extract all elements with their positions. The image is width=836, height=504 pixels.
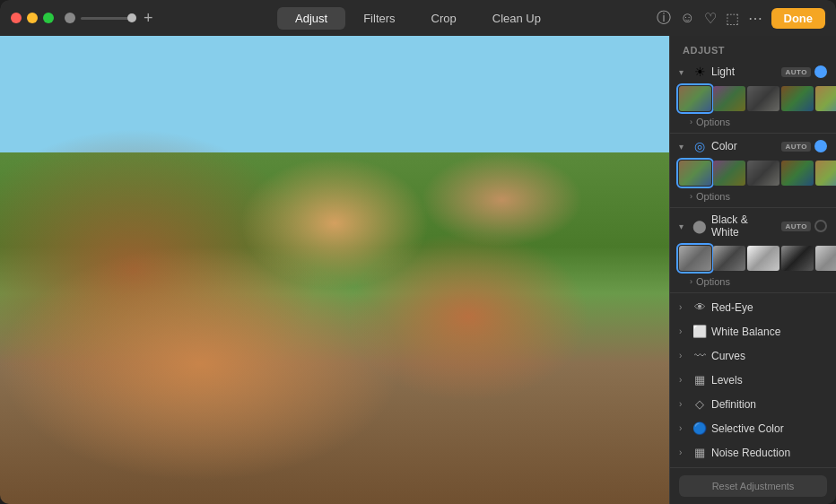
thumbnail-item[interactable]	[713, 246, 745, 271]
selectivecolor-chevron-icon: ›	[679, 423, 688, 433]
light-options[interactable]: › Options	[670, 115, 836, 131]
tab-adjust[interactable]: Adjust	[277, 7, 345, 30]
thumbnail-item[interactable]	[747, 246, 779, 271]
done-button[interactable]: Done	[771, 8, 826, 29]
item-selectivecolor[interactable]: › 🔵 Selective Color	[670, 416, 836, 440]
thumbnail-item[interactable]	[679, 161, 711, 186]
tab-crop[interactable]: Crop	[414, 7, 475, 30]
photo-image	[0, 36, 669, 504]
section-color: ▾ ◎ Color AUTO › Options	[670, 135, 836, 205]
section-color-header[interactable]: ▾ ◎ Color AUTO	[670, 135, 836, 157]
light-chevron-icon: ▾	[679, 67, 688, 77]
levels-chevron-icon: ›	[679, 375, 688, 385]
bw-auto-badge[interactable]: AUTO	[781, 222, 811, 231]
bw-chevron-icon: ▾	[679, 222, 688, 231]
color-label: Color	[711, 140, 778, 152]
right-panel: ADJUST ▾ ☀ Light AUTO	[669, 36, 836, 504]
thumbnail-item[interactable]	[679, 246, 711, 271]
color-chevron-icon: ▾	[679, 142, 688, 152]
item-whitebalance[interactable]: › ⬜ White Balance	[670, 319, 836, 343]
whitebalance-icon: ⬜	[692, 325, 708, 338]
toolbar-right: ⓘ ☺ ♡ ⬚ ⋯ Done	[657, 8, 825, 29]
maximize-button[interactable]	[43, 13, 54, 23]
bw-options-label: Options	[696, 276, 730, 287]
thumbnail-item[interactable]	[781, 161, 814, 186]
divider	[670, 207, 836, 208]
color-options[interactable]: › Options	[670, 189, 836, 205]
redeye-label: Red-Eye	[711, 301, 753, 314]
slider-track[interactable]	[81, 17, 135, 20]
reset-btn-area: Reset Adjustments	[670, 467, 836, 504]
options-chevron-icon: ›	[690, 192, 692, 201]
emoji-icon[interactable]: ☺	[680, 10, 694, 26]
light-thumbnails	[670, 83, 836, 115]
thumbnail-item[interactable]	[747, 86, 779, 111]
tab-cleanup[interactable]: Clean Up	[475, 7, 559, 30]
noisereduction-label: Noise Reduction	[711, 447, 790, 459]
selectivecolor-label: Selective Color	[711, 422, 784, 435]
minimize-button[interactable]	[27, 13, 38, 23]
thumbnail-item[interactable]	[713, 161, 745, 186]
main-content: ADJUST ▾ ☀ Light AUTO	[0, 36, 836, 504]
item-noisereduction[interactable]: › ▦ Noise Reduction	[670, 440, 836, 465]
slider-icon	[65, 13, 75, 23]
more-icon[interactable]: ⋯	[748, 10, 762, 27]
bw-options[interactable]: › Options	[670, 274, 836, 291]
tab-filters[interactable]: Filters	[345, 7, 413, 30]
item-definition[interactable]: › ◇ Definition	[670, 392, 836, 416]
thumbnail-item[interactable]	[815, 161, 836, 186]
curves-chevron-icon: ›	[679, 351, 688, 361]
divider	[670, 292, 836, 293]
thumbnail-item[interactable]	[815, 86, 836, 111]
thumbnail-item[interactable]	[815, 246, 836, 271]
color-thumbnails	[670, 157, 836, 189]
zoom-slider[interactable]: +	[65, 9, 153, 28]
divider	[670, 133, 836, 134]
curves-label: Curves	[711, 350, 745, 362]
color-auto-badge[interactable]: AUTO	[781, 142, 811, 152]
definition-chevron-icon: ›	[679, 399, 688, 409]
close-button[interactable]	[11, 13, 22, 23]
light-icon: ☀	[692, 65, 708, 79]
light-label: Light	[711, 65, 778, 78]
light-toggle[interactable]	[814, 65, 827, 78]
info-icon[interactable]: ⓘ	[657, 9, 671, 28]
traffic-lights	[11, 13, 54, 23]
noisereduction-icon: ▦	[692, 446, 708, 459]
light-auto-badge[interactable]: AUTO	[781, 67, 811, 77]
section-bw-header[interactable]: ▾ ⬤ Black & White AUTO	[670, 210, 836, 242]
share-icon[interactable]: ⬚	[726, 10, 739, 27]
titlebar: + Adjust Filters Crop Clean Up ⓘ ☺ ♡ ⬚ ⋯…	[0, 0, 836, 36]
thumbnail-item[interactable]	[781, 246, 814, 271]
plus-button[interactable]: +	[144, 9, 153, 28]
panel-header: ADJUST	[670, 36, 836, 61]
whitebalance-chevron-icon: ›	[679, 326, 688, 336]
thumbnail-item[interactable]	[747, 161, 779, 186]
noisereduction-chevron-icon: ›	[679, 448, 688, 457]
light-options-label: Options	[696, 117, 730, 127]
color-options-label: Options	[696, 191, 730, 202]
toolbar-tabs: Adjust Filters Crop Clean Up	[277, 7, 559, 30]
reset-adjustments-button[interactable]: Reset Adjustments	[679, 475, 827, 497]
levels-icon: ▦	[692, 373, 708, 387]
item-redeye[interactable]: › 👁 Red-Eye	[670, 295, 836, 319]
color-toggle[interactable]	[814, 140, 827, 152]
options-chevron-icon: ›	[690, 277, 692, 286]
section-light-header[interactable]: ▾ ☀ Light AUTO	[670, 61, 836, 83]
section-blackwhite: ▾ ⬤ Black & White AUTO › Options	[670, 210, 836, 291]
thumbnail-item[interactable]	[713, 86, 745, 111]
bw-toggle[interactable]	[814, 220, 827, 232]
item-levels[interactable]: › ▦ Levels	[670, 368, 836, 392]
heart-icon[interactable]: ♡	[704, 10, 717, 27]
thumbnail-item[interactable]	[679, 86, 711, 111]
thumbnail-item[interactable]	[781, 86, 814, 111]
redeye-chevron-icon: ›	[679, 302, 688, 312]
color-icon: ◎	[692, 139, 708, 153]
section-light: ▾ ☀ Light AUTO › Options	[670, 61, 836, 131]
redeye-icon: 👁	[692, 300, 708, 314]
bw-thumbnails	[670, 242, 836, 274]
panel-body: ▾ ☀ Light AUTO › Options	[670, 61, 836, 467]
item-curves[interactable]: › 〰 Curves	[670, 343, 836, 368]
levels-label: Levels	[711, 374, 743, 387]
definition-icon: ◇	[692, 397, 708, 411]
